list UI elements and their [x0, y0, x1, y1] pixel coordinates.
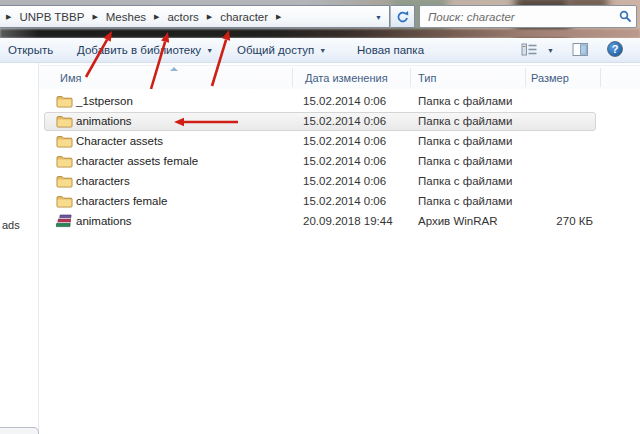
search-input[interactable]: [420, 11, 614, 23]
winrar-archive-icon: [56, 214, 73, 231]
open-button[interactable]: Открыть: [4, 38, 57, 62]
folder-icon: [56, 174, 73, 191]
file-name[interactable]: Character assets: [76, 135, 163, 147]
preview-pane-button[interactable]: [572, 42, 589, 57]
refresh-button[interactable]: [390, 5, 415, 28]
breadcrumb-item-unpb-tbbp[interactable]: UNPB TBBP: [17, 10, 86, 24]
sort-ascending-icon: [170, 67, 178, 71]
share-button[interactable]: Общий доступ▼: [233, 38, 330, 62]
view-list-icon: [521, 42, 538, 57]
file-date: 15.02.2014 0:06: [303, 135, 386, 147]
file-list: _1stperson15.02.2014 0:06Папка с файлами…: [44, 92, 640, 232]
search-icon[interactable]: [614, 10, 636, 23]
file-type: Папка с файлами: [418, 175, 512, 187]
add-to-library-button[interactable]: Добавить в библиотеку▼: [73, 38, 217, 62]
file-name[interactable]: _1stperson: [76, 95, 133, 107]
file-row-_1stperson[interactable]: _1stperson15.02.2014 0:06Папка с файлами: [44, 92, 640, 112]
wallpaper-dark-band: [0, 29, 640, 38]
file-name[interactable]: character assets female: [76, 155, 198, 167]
file-date: 15.02.2014 0:06: [303, 115, 386, 127]
column-header-name[interactable]: Имя: [60, 72, 81, 84]
file-type: Папка с файлами: [418, 135, 512, 147]
explorer-window: ▶UNPB TBBP▶Meshes▶actors▶character▶ ▼ От…: [0, 0, 640, 434]
titlebar-glass: ▶UNPB TBBP▶Meshes▶actors▶character▶ ▼: [0, 0, 640, 38]
breadcrumb-separator-icon: ▶: [92, 13, 97, 20]
refresh-icon: [396, 10, 410, 24]
nav-pane-divider: [38, 63, 39, 434]
file-name[interactable]: animations: [76, 115, 132, 127]
help-icon: ?: [607, 41, 623, 57]
address-bar[interactable]: ▶UNPB TBBP▶Meshes▶actors▶character▶ ▼: [0, 5, 390, 28]
column-separator[interactable]: [410, 68, 411, 87]
sidebar-item-downloads[interactable]: ads: [2, 219, 20, 231]
file-date: 15.02.2014 0:06: [303, 195, 386, 207]
content-area: ads C:) D:) Имя Дата изменения Тип Разме…: [0, 63, 640, 434]
breadcrumb-separator-icon: ▶: [6, 13, 11, 20]
column-separator[interactable]: [600, 68, 601, 87]
folder-icon: [56, 114, 73, 131]
file-name[interactable]: characters: [76, 175, 130, 187]
folder-icon: [56, 194, 73, 211]
file-type: Папка с файлами: [418, 95, 512, 107]
file-type: Папка с файлами: [418, 115, 512, 127]
breadcrumb: ▶UNPB TBBP▶Meshes▶actors▶character▶: [0, 10, 287, 24]
chevron-down-icon: ▼: [319, 47, 326, 54]
command-toolbar: Открыть Добавить в библиотеку▼ Общий дос…: [0, 38, 640, 63]
file-date: 15.02.2014 0:06: [303, 95, 386, 107]
folder-icon: [56, 134, 73, 151]
file-date: 20.09.2018 19:44: [303, 215, 393, 227]
column-header-type[interactable]: Тип: [418, 72, 436, 84]
file-date: 15.02.2014 0:06: [303, 175, 386, 187]
folder-icon: [56, 154, 73, 171]
column-header-size[interactable]: Размер: [531, 72, 569, 84]
file-row-animations[interactable]: animations20.09.2018 19:44Архив WinRAR27…: [44, 212, 640, 232]
file-name[interactable]: animations: [76, 215, 132, 227]
file-row-animations[interactable]: animations15.02.2014 0:06Папка с файлами: [44, 112, 640, 132]
column-header-row: Имя Дата изменения Тип Размер: [39, 65, 640, 89]
file-size: 270 КБ: [484, 215, 593, 227]
file-name[interactable]: characters female: [76, 195, 167, 207]
file-row-character-assets-female[interactable]: character assets female15.02.2014 0:06Па…: [44, 152, 640, 172]
file-row-characters-female[interactable]: characters female15.02.2014 0:06Папка с …: [44, 192, 640, 212]
file-row-characters[interactable]: characters15.02.2014 0:06Папка с файлами: [44, 172, 640, 192]
file-date: 15.02.2014 0:06: [303, 155, 386, 167]
breadcrumb-separator-icon: ▶: [276, 13, 281, 20]
view-dropdown-icon[interactable]: ▼: [547, 47, 554, 54]
address-dropdown-icon[interactable]: ▼: [375, 14, 382, 21]
file-row-character-assets[interactable]: Character assets15.02.2014 0:06Папка с ф…: [44, 132, 640, 152]
chevron-down-icon: ▼: [206, 47, 213, 54]
preview-pane-icon: [572, 42, 589, 57]
sidebar-popup-fragment: [0, 427, 39, 434]
folder-icon: [56, 94, 73, 111]
change-view-button[interactable]: [521, 42, 538, 57]
column-separator[interactable]: [292, 68, 293, 87]
breadcrumb-item-meshes[interactable]: Meshes: [104, 10, 148, 24]
breadcrumb-separator-icon: ▶: [154, 13, 159, 20]
column-separator[interactable]: [525, 68, 526, 87]
file-type: Папка с файлами: [418, 155, 512, 167]
breadcrumb-item-character[interactable]: character: [218, 10, 270, 24]
column-header-date[interactable]: Дата изменения: [305, 72, 388, 84]
file-type: Папка с файлами: [418, 195, 512, 207]
breadcrumb-separator-icon: ▶: [207, 13, 212, 20]
new-folder-button[interactable]: Новая папка: [353, 38, 428, 62]
help-button[interactable]: ?: [607, 41, 623, 57]
search-box[interactable]: [419, 5, 637, 28]
breadcrumb-item-actors[interactable]: actors: [165, 10, 200, 24]
